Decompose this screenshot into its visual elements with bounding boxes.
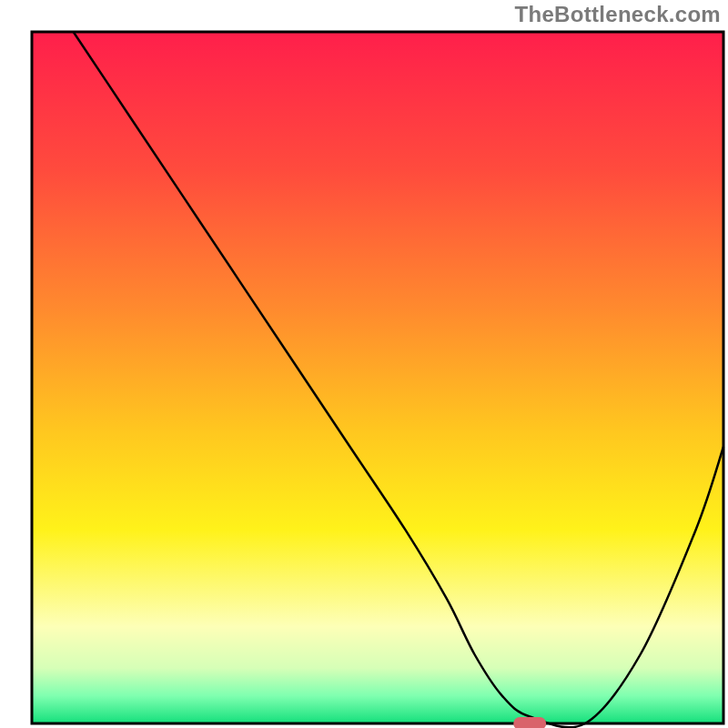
chart-svg <box>0 0 728 728</box>
chart-stage: TheBottleneck.com <box>0 0 728 728</box>
plot-area <box>32 32 723 723</box>
watermark-text: TheBottleneck.com <box>515 2 721 27</box>
optimal-point-marker <box>513 717 546 728</box>
